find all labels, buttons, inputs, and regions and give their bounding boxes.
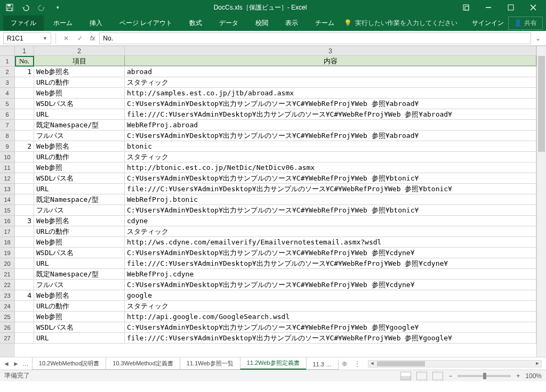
cell-no[interactable] xyxy=(15,109,34,119)
normal-view-button[interactable] xyxy=(400,372,411,380)
row-header[interactable]: 3 xyxy=(0,77,15,88)
scroll-left-icon[interactable]: ◄ xyxy=(368,361,376,367)
cell-no[interactable] xyxy=(15,280,34,290)
sheet-tab-3[interactable]: 11.1Web参照一覧 xyxy=(180,358,240,370)
cell-item[interactable]: フルパス xyxy=(34,280,125,290)
cell-no[interactable] xyxy=(15,130,34,141)
row-header[interactable]: 26 xyxy=(0,322,15,333)
save-button[interactable] xyxy=(2,1,17,14)
cell-content[interactable]: WebRefProj.abroad xyxy=(125,120,536,130)
cell-item[interactable]: フルパス xyxy=(34,205,125,215)
cell-content[interactable]: abroad xyxy=(125,67,536,77)
cell-item[interactable]: URL xyxy=(34,258,125,268)
row-header[interactable]: 11 xyxy=(0,162,15,173)
cell-item[interactable]: WSDLパス名 xyxy=(34,248,125,258)
cell-item[interactable]: WSDLパス名 xyxy=(34,99,125,109)
sheet-nav-prev[interactable]: ► xyxy=(13,360,19,368)
cell-item[interactable]: URLの動作 xyxy=(34,226,125,236)
cell-content[interactable]: C:¥Users¥Admin¥Desktop¥出力サンプルのソース¥C#¥Web… xyxy=(125,280,536,290)
row-header[interactable]: 13 xyxy=(0,184,15,194)
cell-content[interactable]: スタティック xyxy=(125,226,536,236)
select-all-corner[interactable] xyxy=(0,46,15,56)
maximize-button[interactable] xyxy=(500,1,521,14)
tab-page-layout[interactable]: ページ レイアウト xyxy=(112,15,180,31)
cell-content[interactable]: スタティック xyxy=(125,77,536,87)
cell-content[interactable]: btonic xyxy=(125,141,536,151)
cell-item[interactable]: フルパス xyxy=(34,130,125,141)
cell-no[interactable] xyxy=(15,205,34,215)
cell-item[interactable]: 既定Namespace/型 xyxy=(34,194,125,205)
cell-no[interactable]: 1 xyxy=(15,67,34,77)
sheet-tab-1[interactable]: 10.2WebMethod説明書 xyxy=(32,358,107,370)
cell-no[interactable] xyxy=(15,77,34,87)
name-box[interactable]: R1C1 ▼ xyxy=(3,32,51,44)
cell-item[interactable]: Web参照 xyxy=(34,312,125,322)
cell-content[interactable]: C:¥Users¥Admin¥Desktop¥出力サンプルのソース¥C#¥Web… xyxy=(125,322,536,332)
zoom-value[interactable]: 100% xyxy=(525,372,542,380)
cell-content[interactable]: file:///C:¥Users¥Admin¥Desktop¥出力サンプルのソー… xyxy=(125,258,536,268)
qat-customize[interactable]: ▾ xyxy=(50,1,65,14)
cell-item[interactable]: URL xyxy=(34,333,125,343)
cell-content[interactable]: C:¥Users¥Admin¥Desktop¥出力サンプルのソース¥C#¥Web… xyxy=(125,99,536,109)
col-header-2[interactable]: 2 xyxy=(34,46,125,56)
vertical-scrollbar[interactable] xyxy=(536,56,546,357)
cell-item[interactable]: Web参照名 xyxy=(34,67,125,77)
cell-no[interactable] xyxy=(15,237,34,247)
ribbon-options-button[interactable] xyxy=(455,1,477,14)
new-sheet-button[interactable]: ⊕ xyxy=(338,360,351,368)
page-layout-view-button[interactable] xyxy=(416,372,427,380)
cell-content[interactable]: WebRefProj.btonic xyxy=(125,194,536,205)
redo-button[interactable] xyxy=(34,1,49,14)
row-header[interactable]: 14 xyxy=(0,194,15,205)
cell-item[interactable]: WSDLパス名 xyxy=(34,322,125,332)
cell-content[interactable]: スタティック xyxy=(125,152,536,162)
row-header[interactable]: 16 xyxy=(0,216,15,226)
cell-no[interactable] xyxy=(15,226,34,236)
col-header-3[interactable]: 3 xyxy=(125,46,536,56)
tab-file[interactable]: ファイル xyxy=(3,15,44,31)
row-header[interactable]: 1 xyxy=(0,56,15,67)
tab-insert[interactable]: 挿入 xyxy=(82,15,110,31)
row-header[interactable]: 17 xyxy=(0,226,15,237)
sheet-tab-2[interactable]: 10.3WebMethod定義書 xyxy=(106,358,180,370)
row-header[interactable]: 24 xyxy=(0,301,15,312)
cell-no[interactable] xyxy=(15,173,34,183)
cell-no[interactable] xyxy=(15,269,34,279)
cancel-formula-button[interactable]: ✕ xyxy=(60,32,72,44)
cell-content[interactable]: C:¥Users¥Admin¥Desktop¥出力サンプルのソース¥C#¥Web… xyxy=(125,173,536,183)
row-header[interactable]: 25 xyxy=(0,312,15,322)
cell-item[interactable]: 既定Namespace/型 xyxy=(34,269,125,279)
row-header[interactable]: 23 xyxy=(0,290,15,301)
tab-home[interactable]: ホーム xyxy=(46,15,80,31)
tell-me-search[interactable]: 💡 実行したい作業を入力してください xyxy=(344,19,457,28)
cell-content[interactable]: http://ws.cdyne.com/emailverify/Emailver… xyxy=(125,237,536,247)
cell-no[interactable] xyxy=(15,312,34,322)
cell-no[interactable] xyxy=(15,162,34,173)
row-header[interactable]: 22 xyxy=(0,280,15,290)
row-header[interactable]: 2 xyxy=(0,67,15,77)
row-header[interactable]: 15 xyxy=(0,205,15,216)
cell-content[interactable]: file:///C:¥Users¥Admin¥Desktop¥出力サンプルのソー… xyxy=(125,333,536,343)
cell-no[interactable]: 3 xyxy=(15,216,34,226)
zoom-thumb[interactable] xyxy=(483,373,486,379)
cells-area[interactable]: No.項目内容1Web参照名abroadURLの動作スタティックWeb参照htt… xyxy=(15,56,536,357)
row-header[interactable]: 7 xyxy=(0,120,15,130)
cell-item[interactable]: URLの動作 xyxy=(34,152,125,162)
scroll-right-icon[interactable]: ► xyxy=(534,361,541,367)
row-header[interactable]: 21 xyxy=(0,269,15,280)
col-header-1[interactable]: 1 xyxy=(15,46,34,56)
cell-no[interactable] xyxy=(15,333,34,343)
cell-content[interactable]: http://btonic.est.co.jp/NetDic/NetDicv06… xyxy=(125,162,536,173)
cell-content[interactable]: file:///C:¥Users¥Admin¥Desktop¥出力サンプルのソー… xyxy=(125,109,536,119)
cell-no[interactable] xyxy=(15,99,34,109)
share-button[interactable]: 👤 共有 xyxy=(508,17,543,30)
cell-no[interactable]: 4 xyxy=(15,290,34,300)
cell-item[interactable]: Web参照名 xyxy=(34,216,125,226)
formula-input[interactable]: No. xyxy=(99,32,531,44)
cell-item[interactable]: URLの動作 xyxy=(34,77,125,87)
cell-item[interactable]: Web参照 xyxy=(34,162,125,173)
cell-item[interactable]: 既定Namespace/型 xyxy=(34,120,125,130)
scrollbar-thumb[interactable] xyxy=(377,361,425,366)
sheet-tab-4[interactable]: 11.2Web参照定義書 xyxy=(240,357,307,370)
cell-content[interactable]: WebRefProj.cdyne xyxy=(125,269,536,279)
